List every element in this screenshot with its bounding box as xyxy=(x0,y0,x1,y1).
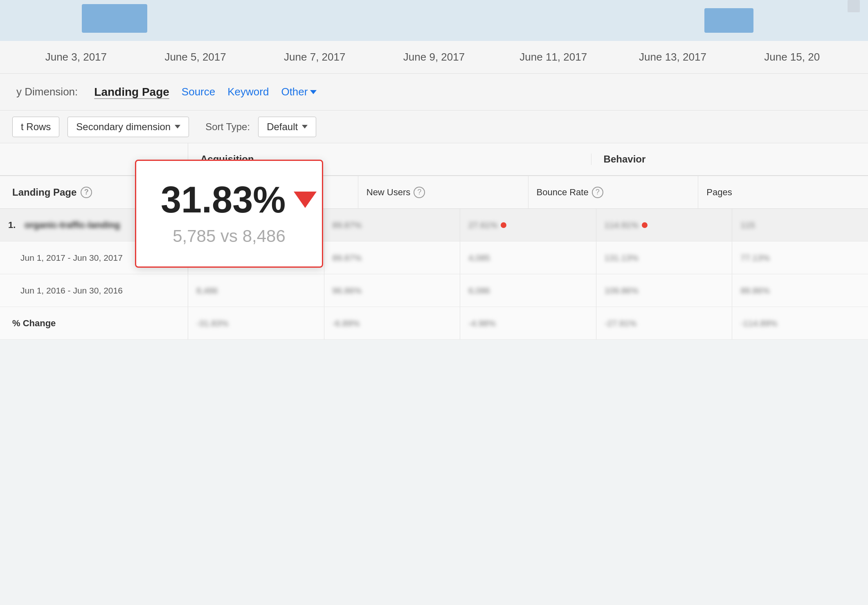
rows-button[interactable]: t Rows xyxy=(12,117,59,137)
date-axis: June 3, 2017 June 5, 2017 June 7, 2017 J… xyxy=(0,41,868,74)
date-label-6: June 13, 2017 xyxy=(613,51,733,63)
sort-default-button[interactable]: Default xyxy=(258,117,316,137)
default-arrow-icon xyxy=(302,125,308,129)
popup-percentage: 31.83% xyxy=(161,181,297,218)
row-data-pct-3: -27.91% xyxy=(596,307,733,339)
row-data-jun2017-4: 77.13% xyxy=(732,242,868,274)
row-data-jun2016-3: 109.86% xyxy=(596,274,733,307)
dimension-bar: y Dimension: Landing Page Source Keyword… xyxy=(0,74,868,111)
dimension-prefix: y Dimension: xyxy=(16,86,78,98)
row-data-jun2016-2: 6,086 xyxy=(460,274,596,307)
dimension-keyword-link[interactable]: Keyword xyxy=(227,86,269,98)
organic-pages-data: 115 xyxy=(732,209,868,241)
row-data-jun2017-2: 4,085 xyxy=(460,242,596,274)
row-data-pct-0: -31.83% xyxy=(188,307,324,339)
date-label-3: June 7, 2017 xyxy=(255,51,374,63)
date-label-5: June 11, 2017 xyxy=(494,51,613,63)
toolbar: t Rows Secondary dimension Sort Type: De… xyxy=(0,111,868,143)
secondary-dimension-button[interactable]: Secondary dimension xyxy=(67,117,189,137)
bounce-rate-red-dot xyxy=(642,222,648,228)
row-data-jun2016-4: 89.86% xyxy=(732,274,868,307)
down-arrow-icon xyxy=(294,192,317,208)
behavior-section-header: Behavior xyxy=(591,154,868,165)
date-label-4: June 9, 2017 xyxy=(374,51,494,63)
dimension-landing-page[interactable]: Landing Page xyxy=(94,86,169,99)
new-users-red-dot xyxy=(501,222,506,228)
organic-new-users-data: 27.61% xyxy=(460,209,596,241)
row-data-jun2017-3: 131.13% xyxy=(596,242,733,274)
dimension-source-link[interactable]: Source xyxy=(182,86,215,98)
dimension-other-dropdown[interactable]: Other xyxy=(281,86,317,98)
bounce-rate-column-header: Bounce Rate ? xyxy=(528,176,699,208)
row-data-pct-2: -4.98% xyxy=(460,307,596,339)
popup-comparison: 5,785 vs 8,486 xyxy=(161,226,297,246)
row-label-jun2016: Jun 1, 2016 - Jun 30, 2016 xyxy=(0,274,188,307)
table-row-pct-change: % Change -31.83% -6.89% -4.98% -27.91% -… xyxy=(0,307,868,340)
sort-type-label: Sort Type: xyxy=(205,121,250,133)
date-label-1: June 3, 2017 xyxy=(16,51,136,63)
row-number-1: 1. xyxy=(8,220,16,230)
date-label-7: June 15, 20 xyxy=(732,51,852,63)
table-subheader-row: Landing Page ? ons New Users ? Bounce Ra… xyxy=(0,176,868,209)
organic-pct-data: 89.87% xyxy=(324,209,461,241)
row-label-pct-change: % Change xyxy=(0,307,188,339)
date-label-2: June 5, 2017 xyxy=(136,51,255,63)
row-data-jun2017-1: 89.87% xyxy=(324,242,461,274)
row-data-pct-1: -6.89% xyxy=(324,307,461,339)
organic-bounce-rate-data: 114.91% xyxy=(596,209,733,241)
data-table: Acquisition Behavior Landing Page ? ons … xyxy=(0,143,868,340)
table-row-jun2016: Jun 1, 2016 - Jun 30, 2016 8,486 96.86% … xyxy=(0,274,868,307)
chart-area xyxy=(0,0,868,41)
new-users-help-icon[interactable]: ? xyxy=(414,187,425,198)
pages-column-header: Pages xyxy=(698,176,868,208)
table-section-header-row: Acquisition Behavior xyxy=(0,143,868,176)
organic-traffic-page-path: organic-traffic-landing xyxy=(25,220,120,230)
row-data-jun2016-0: 8,486 xyxy=(188,274,324,307)
popup-box: 31.83% 5,785 vs 8,486 xyxy=(135,160,323,268)
bounce-rate-help-icon[interactable]: ? xyxy=(592,187,603,198)
table-row-jun2017: Jun 1, 2017 - Jun 30, 2017 5,185 89.87% … xyxy=(0,242,868,274)
organic-traffic-row: 1. organic-traffic-landing 5,785 89.87% … xyxy=(0,209,868,242)
row-data-pct-4: -114.89% xyxy=(732,307,868,339)
landing-page-help-icon[interactable]: ? xyxy=(81,187,92,198)
new-users-column-header: New Users ? xyxy=(358,176,528,208)
secondary-dimension-arrow-icon xyxy=(175,125,180,129)
row-data-jun2016-1: 96.86% xyxy=(324,274,461,307)
chevron-down-icon xyxy=(310,90,317,94)
